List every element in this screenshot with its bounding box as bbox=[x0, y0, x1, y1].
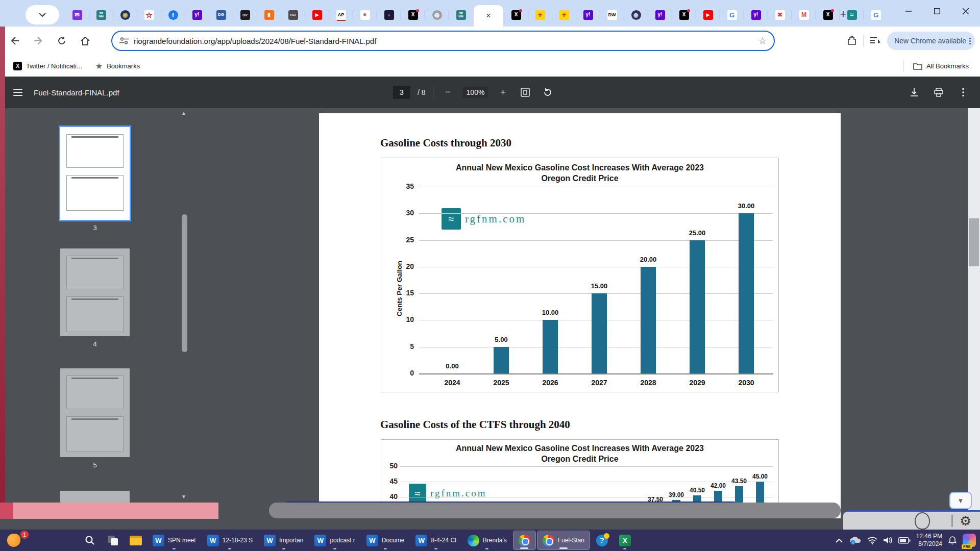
tab-x[interactable]: X bbox=[401, 5, 425, 25]
page-number-input[interactable]: 3 bbox=[393, 86, 410, 99]
tray-chevron-up-icon[interactable] bbox=[836, 538, 843, 543]
zoom-in-button[interactable]: + bbox=[495, 85, 510, 100]
taskbar-file-explorer[interactable] bbox=[125, 531, 146, 550]
thumbnail-page-number: 3 bbox=[60, 224, 130, 232]
tab-sfnm[interactable]: SFNM bbox=[89, 5, 113, 25]
taskbar-clock[interactable]: 12:46 PM 8/7/2024 bbox=[916, 533, 942, 548]
widgets-weather-button[interactable]: 1 bbox=[6, 532, 29, 549]
taskbar-edge-brenda-s[interactable]: Brenda's bbox=[462, 531, 512, 550]
extensions-icon[interactable] bbox=[847, 36, 857, 46]
onedrive-icon[interactable]: i bbox=[848, 536, 862, 545]
taskbar-chrome-fuel-stan[interactable]: Fuel-Stan bbox=[537, 531, 590, 550]
taskbar-start[interactable] bbox=[56, 531, 78, 550]
close-tab-icon[interactable]: × bbox=[486, 11, 491, 20]
site-info-icon[interactable] bbox=[119, 37, 129, 44]
tab-yahoo[interactable]: y! bbox=[648, 5, 672, 25]
wifi-icon[interactable] bbox=[867, 537, 877, 544]
main-scrollbar-thumb[interactable] bbox=[969, 218, 979, 266]
taskbar-word-12-18-23-s[interactable]: W12-18-23 S bbox=[202, 531, 258, 550]
sidebar-scroll-up[interactable]: ▲ bbox=[180, 110, 188, 116]
tab-x[interactable]: X bbox=[672, 5, 696, 25]
volume-icon[interactable] bbox=[883, 536, 893, 544]
tab-gmail[interactable]: M bbox=[792, 5, 816, 25]
notifications-bell-icon[interactable] bbox=[948, 536, 957, 545]
address-bar[interactable]: riograndefoundation.org/app/uploads/2024… bbox=[111, 31, 775, 51]
x-category-2030: 2030 bbox=[728, 379, 764, 387]
zoom-out-button[interactable]: − bbox=[440, 85, 456, 100]
taskbar-search[interactable] bbox=[79, 531, 101, 550]
tab-search-button[interactable] bbox=[26, 5, 59, 24]
pdf-menu-button[interactable] bbox=[13, 89, 22, 96]
reload-button[interactable] bbox=[53, 32, 70, 49]
tab-star[interactable]: ☆ bbox=[137, 5, 161, 25]
taskbar-chrome[interactable] bbox=[513, 531, 536, 550]
page-thumbnail-4[interactable] bbox=[60, 248, 130, 336]
taskbar-word-podcast-r[interactable]: Wpodcast r bbox=[309, 531, 360, 550]
back-button[interactable] bbox=[6, 32, 23, 49]
tab-yahoo[interactable]: y! bbox=[185, 5, 209, 25]
tab-rci[interactable]: RCI bbox=[281, 5, 305, 25]
more-menu-icon[interactable] bbox=[969, 38, 971, 44]
tab-joomla[interactable]: ✖ bbox=[768, 5, 792, 25]
forward-button[interactable] bbox=[30, 32, 47, 49]
taskbar-excel[interactable]: X bbox=[614, 531, 636, 550]
battery-icon[interactable] bbox=[898, 537, 911, 544]
tab-zia[interactable]: + bbox=[528, 5, 552, 25]
active-tab[interactable]: × bbox=[474, 5, 503, 27]
copilot-button[interactable]: PRE bbox=[963, 534, 976, 547]
tab-denver[interactable]: DV bbox=[233, 5, 257, 25]
tab-flag[interactable]: ≡ bbox=[353, 5, 377, 25]
print-button[interactable] bbox=[931, 85, 946, 100]
taskbar-task-view[interactable] bbox=[102, 531, 124, 550]
fit-page-button[interactable] bbox=[518, 85, 533, 100]
tab-globe[interactable]: ⊕ bbox=[425, 5, 449, 25]
scroll-down-button[interactable]: ▼ bbox=[949, 492, 972, 509]
tab-mail[interactable]: ✉ bbox=[65, 5, 89, 25]
tab-sfnm[interactable]: SFNM bbox=[449, 5, 473, 25]
tab-zia[interactable]: + bbox=[552, 5, 576, 25]
gear-icon[interactable]: ⚙ bbox=[960, 514, 971, 528]
bookmark-item-twitter[interactable]: X Twitter / Notificati... bbox=[13, 62, 82, 70]
maximize-button[interactable] bbox=[923, 0, 951, 22]
y-tick-45: 45 bbox=[382, 477, 398, 485]
pdf-more-button[interactable] bbox=[955, 85, 971, 100]
all-bookmarks-button[interactable]: All Bookmarks bbox=[903, 55, 969, 77]
tab-youtube[interactable]: ▶ bbox=[696, 5, 720, 25]
sidebar-scrollbar[interactable] bbox=[182, 214, 187, 352]
chrome-update-button[interactable]: New Chrome available bbox=[887, 32, 975, 50]
tab-ap[interactable]: AP bbox=[329, 5, 353, 25]
tab-yahoo[interactable]: y! bbox=[744, 5, 768, 25]
minimize-button[interactable] bbox=[894, 0, 923, 22]
tab-google[interactable]: G bbox=[720, 5, 744, 25]
url-text[interactable]: riograndefoundation.org/app/uploads/2024… bbox=[134, 37, 758, 45]
main-scrollbar[interactable] bbox=[968, 108, 980, 530]
home-button[interactable] bbox=[77, 32, 94, 49]
new-tab-button[interactable]: + bbox=[835, 6, 851, 22]
tab-x[interactable]: X bbox=[504, 5, 528, 25]
taskbar-word-docume[interactable]: WDocume bbox=[361, 531, 410, 550]
sidebar-scroll-down[interactable]: ▼ bbox=[180, 494, 188, 499]
taskbar-help[interactable]: ? bbox=[591, 531, 613, 550]
bookmark-star-icon[interactable]: ☆ bbox=[758, 35, 767, 46]
tab-bookmark[interactable]: ▮ bbox=[257, 5, 281, 25]
tab-disc[interactable]: ◉ bbox=[624, 5, 648, 25]
tab-yahoo[interactable]: y! bbox=[576, 5, 600, 25]
bookmark-item-bookmarks[interactable]: ★ Bookmarks bbox=[95, 61, 140, 71]
tab-flame[interactable]: ▲ bbox=[377, 5, 401, 25]
taskbar-word-spn-meet[interactable]: WSPN meet bbox=[148, 531, 201, 550]
tab-facebook[interactable]: f bbox=[161, 5, 185, 25]
page-thumbnail-3[interactable] bbox=[60, 127, 130, 220]
taskbar-word-importan[interactable]: WImportan bbox=[259, 531, 308, 550]
tab-seal[interactable]: ◉ bbox=[113, 5, 137, 25]
tab-dw[interactable]: DW bbox=[600, 5, 624, 25]
tab-google[interactable]: G bbox=[864, 5, 888, 25]
zoom-level[interactable]: 100% bbox=[463, 87, 488, 98]
download-button[interactable] bbox=[906, 85, 922, 100]
rotate-button[interactable] bbox=[540, 85, 555, 100]
tab-youtube[interactable]: ▶ bbox=[305, 5, 329, 25]
page-thumbnail-5[interactable] bbox=[60, 368, 130, 457]
close-window-button[interactable] bbox=[951, 0, 980, 22]
tab-dg[interactable]: DG bbox=[209, 5, 233, 25]
taskbar-word-8-4-24-cl[interactable]: W8-4-24 Cl bbox=[410, 531, 461, 550]
media-controls-icon[interactable] bbox=[870, 36, 881, 45]
